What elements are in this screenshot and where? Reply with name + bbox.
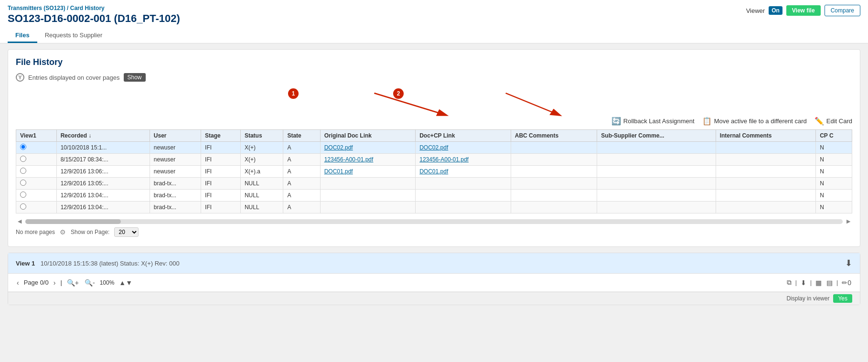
cell-abc-comments [511,190,597,202]
grid-view-button[interactable]: ▦ [814,278,823,287]
cell-status: X(+).a [240,166,283,178]
entries-icon: Y [16,73,24,82]
cell-cp-c: N [816,142,852,154]
compare-button[interactable]: Compare [825,5,860,16]
cell-user: brad-tx... [150,190,201,202]
col-internal: Internal Comments [716,130,815,142]
cell-doc-cp [416,190,511,202]
entries-label: Entries displayed on cover pages [28,74,120,81]
col-recorded: Recorded ↓ [56,130,150,142]
cell-stage: IFI [201,142,241,154]
edit-card-button[interactable]: ✏️ Edit Card [814,117,852,126]
cell-recorded: 10/10/2018 15:1... [56,142,150,154]
edit-toolbar-button[interactable]: ✏0 [841,278,852,287]
cell-sub-supplier [597,166,716,178]
cell-status: NULL [240,190,283,202]
prev-page-button[interactable]: ‹ [16,278,20,287]
table-row: 12/9/2016 13:05:...brad-tx...IFINULLAN [16,178,852,190]
view-status: 10/10/2018 15:15:38 (latest) Status: X(+… [41,260,180,267]
cell-original-doc[interactable]: DOC02.pdf [320,142,416,154]
cell-internal-comments [716,166,815,178]
rollback-button[interactable]: 🔄 Rollback Last Assignment [611,117,695,126]
cell-internal-comments [716,202,815,213]
tab-requests[interactable]: Requests to Supplier [37,29,110,43]
file-history-card: File History Y Entries displayed on cove… [8,49,860,247]
row-radio[interactable] [20,180,26,186]
cell-cp-c: N [816,178,852,190]
cell-stage: IFI [201,202,241,213]
separator3: | [836,279,838,286]
cell-sub-supplier [597,154,716,166]
move-active-file-button[interactable]: 📋 Move active file to a different card [702,117,807,126]
row-radio[interactable] [20,203,26,210]
cell-status: NULL [240,178,283,190]
cell-recorded: 12/9/2016 13:04:... [56,202,150,213]
view-header: View 1 10/10/2018 15:15:38 (latest) Stat… [8,253,860,274]
viewer-label: Viewer [746,7,765,14]
row-radio[interactable] [20,156,26,162]
row-radio[interactable] [20,192,26,198]
move-label: Move active file to a different card [714,117,807,125]
cell-user: newuser [150,166,201,178]
view-section: View 1 10/10/2018 15:15:38 (latest) Stat… [8,253,860,305]
col-user: User [150,130,201,142]
cell-sub-supplier [597,202,716,213]
settings-icon[interactable]: ⚙ [60,228,66,236]
page-size-select[interactable]: 20 10 50 100 [114,227,139,237]
cell-recorded: 12/9/2016 13:05:... [56,178,150,190]
cell-user: brad-tx... [150,178,201,190]
cell-doc-cp[interactable]: 123456-A00-01.pdf [416,154,511,166]
cell-user: brad-tx... [150,202,201,213]
cell-state: A [283,190,320,202]
cell-abc-comments [511,142,597,154]
download-toolbar-button[interactable]: ⬇ [800,278,807,287]
page-label: Page 0/0 [24,279,49,286]
move-icon: 📋 [702,117,712,126]
cell-doc-cp [416,178,511,190]
col-sub-supplier: Sub-Supplier Comme... [597,130,716,142]
cell-sub-supplier [597,190,716,202]
viewer-on-badge: On [769,6,782,15]
show-button[interactable]: Show [124,73,146,82]
row-radio[interactable] [20,144,26,150]
rollback-label: Rollback Last Assignment [623,117,695,125]
list-view-button[interactable]: ▤ [825,278,834,287]
zoom-level: 100% [100,279,115,286]
zoom-out-button[interactable]: 🔍- [84,278,96,287]
zoom-in-button[interactable]: 🔍+ [66,278,80,287]
zoom-adjust-button[interactable]: ▲▼ [118,278,133,287]
col-state: State [283,130,320,142]
cell-user: newuser [150,154,201,166]
show-on-page-label: Show on Page: [71,229,109,235]
cell-status: NULL [240,202,283,213]
table-footer: No more pages ⚙ Show on Page: 20 10 50 1… [16,225,852,239]
cell-sub-supplier [597,142,716,154]
col-abc: ABC Comments [511,130,597,142]
tab-files[interactable]: Files [8,29,37,43]
cell-stage: IFI [201,190,241,202]
copy-icon-button[interactable]: ⧉ [786,277,793,287]
cell-original-doc [320,202,416,213]
view-file-button[interactable]: View file [786,5,821,16]
history-table-wrapper: View1 Recorded ↓ User Stage Status State… [16,129,852,225]
rollback-icon: 🔄 [611,117,621,126]
next-page-button[interactable]: › [53,278,57,287]
cell-original-doc[interactable]: 123456-A00-01.pdf [320,154,416,166]
svg-line-3 [506,93,560,115]
col-original-doc: Original Doc Link [320,130,416,142]
cell-abc-comments [511,178,597,190]
cell-doc-cp[interactable]: DOC01.pdf [416,166,511,178]
download-icon[interactable]: ⬇ [845,258,852,268]
cell-original-doc[interactable]: DOC01.pdf [320,166,416,178]
cell-abc-comments [511,166,597,178]
separator1: | [795,279,797,286]
cell-stage: IFI [201,166,241,178]
display-in-viewer-label: Display in viewer [786,295,829,302]
row-radio[interactable] [20,168,26,174]
cell-doc-cp[interactable]: DOC02.pdf [416,142,511,154]
page-separator: | [60,279,62,286]
cell-doc-cp [416,202,511,213]
display-yes-button[interactable]: Yes [833,294,852,303]
cell-stage: IFI [201,178,241,190]
cell-state: A [283,142,320,154]
